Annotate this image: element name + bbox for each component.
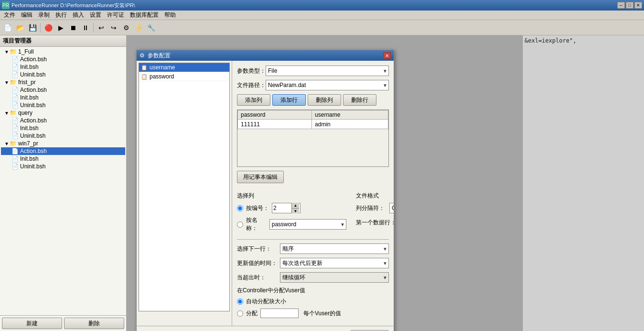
menu-license[interactable]: 许可证 — [104, 10, 127, 20]
by-number-input[interactable]: 2 — [272, 203, 291, 213]
menu-db-config[interactable]: 数据库配置 — [127, 10, 161, 20]
toolbar-save[interactable]: 💾 — [27, 22, 38, 33]
by-number-radio[interactable] — [237, 205, 243, 211]
tree-label-action2: Action.bsh — [20, 87, 47, 93]
distribute-input[interactable] — [260, 309, 299, 318]
main-layout: 项目管理器 ▼ 📁 1_Full 📄 Action.bsh 📄 Init.bsh — [0, 35, 644, 331]
tree-item-uninit3[interactable]: 📄 Uninit.bsh — [1, 132, 125, 140]
title-bar: PR PerformanceRunner D:\PerformanceRunne… — [0, 0, 644, 11]
tree-item-win7[interactable]: ▼ 📁 win7_pr — [1, 140, 125, 147]
toolbar-play[interactable]: ▶ — [55, 22, 66, 33]
param-list-container: 📋 username 📋 password — [139, 63, 230, 311]
add-col-btn[interactable]: 添加列 — [237, 94, 270, 106]
param-type-combo[interactable]: File ▼ — [266, 66, 389, 76]
when-out-combo[interactable]: 继续循环 ▼ — [280, 272, 389, 283]
when-out-label: 当超出时： — [237, 274, 280, 282]
notepad-btn[interactable]: 用记事本编辑 — [237, 171, 284, 183]
menu-insert[interactable]: 插入 — [70, 10, 87, 20]
first-data-row-form-row: 第一个数据行： 1 ▲ ▼ — [356, 217, 394, 228]
right-content: &exl=iexplore", ⚙ 参数配置 ✕ 📋 — [127, 35, 644, 331]
select-next-row: 选择下一行： 顺序 ▼ — [237, 243, 389, 254]
update-value-combo[interactable]: 每次迭代后更新 ▼ — [280, 258, 389, 268]
select-next-combo[interactable]: 顺序 ▼ — [280, 243, 389, 254]
toolbar-new[interactable]: 📄 — [2, 22, 13, 33]
toolbar-stop[interactable]: ⏹ — [67, 22, 79, 33]
menu-run[interactable]: 执行 — [53, 10, 70, 20]
param-label-username: username — [150, 64, 175, 71]
new-button[interactable]: 新建 — [2, 318, 62, 329]
app-icon: PR — [2, 1, 10, 9]
when-out-row: 当超出时： 继续循环 ▼ — [237, 272, 389, 283]
tree-toggle-query[interactable]: ▼ — [4, 110, 10, 116]
tree-item-uninit4[interactable]: 📄 Uninit.bsh — [1, 163, 125, 170]
tree-item-init3[interactable]: 📄 Init.bsh — [1, 124, 125, 132]
auto-alloc-radio[interactable] — [237, 298, 243, 305]
menu-help[interactable]: 帮助 — [161, 10, 179, 20]
tree-item-init2[interactable]: 📄 Init.bsh — [1, 94, 125, 101]
tree-toggle-1full[interactable]: ▼ — [4, 49, 10, 55]
tree-item-action2[interactable]: 📄 Action.bsh — [1, 86, 125, 94]
select-col-section: 选择列 按编号： 2 ▲ ▼ — [237, 192, 346, 235]
cell-username[interactable]: admin — [312, 120, 388, 129]
tree-label-action3: Action.bsh — [20, 117, 47, 124]
param-item-password[interactable]: 📋 password — [139, 72, 229, 81]
file-format-title: 文件格式 — [356, 192, 394, 200]
tree-item-1full[interactable]: ▼ 📁 1_Full — [1, 48, 125, 55]
tree-item-init1[interactable]: 📄 Init.bsh — [1, 63, 125, 71]
by-name-radio[interactable] — [237, 221, 243, 228]
each-vuser-label: 每个Vuser的值 — [303, 309, 341, 318]
delete-button[interactable]: 删除 — [64, 318, 124, 329]
toolbar-flash[interactable]: ⚡ — [133, 22, 144, 33]
menu-edit[interactable]: 编辑 — [18, 10, 35, 20]
toolbar-pause[interactable]: ⏸ — [80, 22, 91, 33]
dialog-close-btn[interactable]: ✕ — [383, 52, 391, 59]
menu-record[interactable]: 录制 — [35, 10, 53, 20]
file-icon: 📄 — [11, 163, 19, 170]
tree-item-init4[interactable]: 📄 Init.bsh — [1, 155, 125, 163]
tree-item-uninit2[interactable]: 📄 Uninit.bsh — [1, 101, 125, 109]
left-panel-header: 项目管理器 — [0, 35, 126, 47]
toolbar-redo[interactable]: ↪ — [108, 22, 119, 33]
toolbar-record[interactable]: 🔴 — [43, 22, 54, 33]
file-path-combo[interactable]: NewParam.dat ▼ — [266, 80, 389, 90]
tree-item-query[interactable]: ▼ 📁 query — [1, 109, 125, 117]
first-data-row-label: 第一个数据行： — [356, 219, 394, 227]
tree-toggle-win7[interactable]: ▼ — [4, 141, 10, 146]
tree-item-action1[interactable]: 📄 Action.bsh — [1, 55, 125, 63]
tree-item-uninit1[interactable]: 📄 Uninit.bsh — [1, 71, 125, 78]
param-icon-username: 📋 — [141, 65, 148, 71]
menu-file[interactable]: 文件 — [1, 10, 18, 20]
file-icon: 📄 — [11, 64, 19, 70]
tree-toggle-frist[interactable]: ▼ — [4, 80, 10, 85]
toolbar-tools[interactable]: 🔧 — [145, 22, 157, 33]
del-row-btn[interactable]: 删除行 — [343, 94, 376, 106]
tree-label-uninit3: Uninit.bsh — [20, 132, 45, 139]
menu-settings[interactable]: 设置 — [87, 10, 104, 20]
minimize-btn[interactable]: ─ — [617, 2, 625, 9]
del-col-btn[interactable]: 删除列 — [308, 94, 341, 106]
tree-label-init2: Init.bsh — [20, 94, 39, 101]
manual-alloc-label: 分配 — [246, 309, 258, 318]
spinbox-down[interactable]: ▼ — [291, 208, 299, 213]
by-name-combo[interactable]: password ▼ — [269, 219, 346, 230]
update-value-row: 更新值的时间： 每次迭代后更新 ▼ — [237, 258, 389, 268]
folder-icon: 📁 — [10, 110, 17, 116]
tree-item-frist[interactable]: ▼ 📁 frist_pr — [1, 78, 125, 86]
col-sep-combo[interactable]: Comma ▼ — [389, 203, 394, 213]
cell-password[interactable]: 111111 — [238, 120, 312, 129]
modal-overlay: ⚙ 参数配置 ✕ 📋 username 📋 — [127, 35, 644, 331]
toolbar-open[interactable]: 📂 — [14, 22, 26, 33]
maximize-btn[interactable]: □ — [626, 2, 633, 9]
spinbox-up[interactable]: ▲ — [291, 203, 299, 208]
tree-item-action3[interactable]: 📄 Action.bsh — [1, 117, 125, 124]
tree-item-action4[interactable]: 📄 Action.bsh — [1, 147, 125, 155]
add-row-btn[interactable]: 添加行 — [272, 94, 306, 106]
toolbar-undo[interactable]: ↩ — [96, 22, 107, 33]
manual-alloc-radio[interactable] — [237, 310, 243, 317]
tree-label-win7: win7_pr — [18, 140, 38, 147]
close-btn-app[interactable]: ✕ — [634, 2, 642, 9]
file-path-label: 文件路径： — [237, 81, 266, 89]
by-number-spinbox[interactable]: 2 ▲ ▼ — [272, 203, 301, 213]
param-item-username[interactable]: 📋 username — [139, 63, 229, 72]
toolbar-settings[interactable]: ⚙ — [120, 22, 132, 33]
